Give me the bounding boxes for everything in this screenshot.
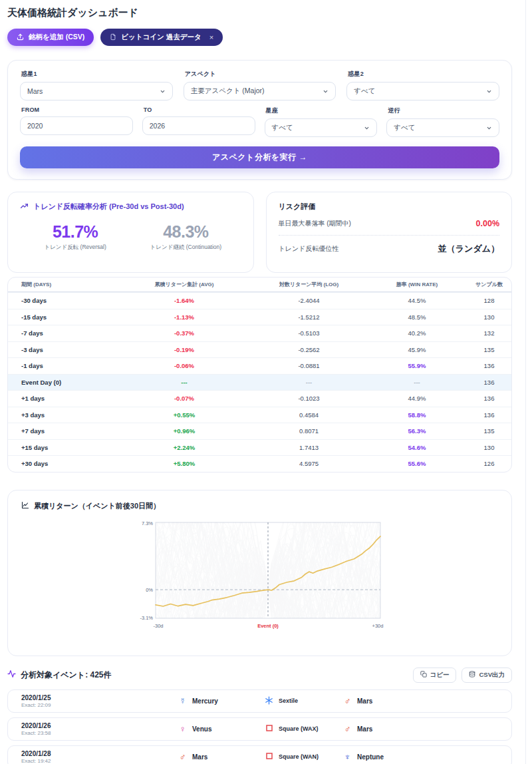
planet1-value: Mars (27, 87, 43, 95)
database-icon (469, 671, 475, 679)
aspect-name: Sextile (279, 697, 298, 704)
risk-edge-label: トレンド反転優位性 (279, 244, 339, 254)
copy-label: コピー (430, 671, 450, 679)
planet1-name: Venus (192, 725, 211, 733)
sample-count-cell: 136 (467, 395, 511, 402)
avg-return-cell: -1.13% (118, 313, 251, 321)
risk-row-crash: 単日最大暴落率 (期間中) 0.00% (279, 212, 500, 236)
period-cell: +1 days (8, 395, 118, 402)
event-date: 2020/1/26 (21, 722, 178, 729)
retrograde-select[interactable]: すべて (386, 118, 499, 137)
dataset-chip[interactable]: ビットコイン 過去データ × (100, 29, 223, 46)
sample-count-cell: 128 (467, 297, 511, 304)
copy-icon (420, 671, 427, 679)
to-input[interactable] (142, 116, 255, 135)
table-row: -3 days-0.19%-0.256245.9%135 (8, 341, 511, 358)
scrollbar-track[interactable] (525, 0, 526, 764)
avg-return-cell: -1.64% (118, 297, 251, 304)
risk-card-title: リスク評価 (279, 202, 500, 212)
planet1-name: Mercury (192, 697, 218, 705)
win-rate-cell: 56.3% (367, 427, 467, 435)
sample-count-cell: 136 (467, 379, 511, 386)
chevron-down-icon (160, 89, 166, 95)
svg-text:+30d: +30d (372, 623, 383, 629)
table-row: -30 days-1.64%-2.404444.5%128 (8, 292, 511, 309)
add-symbol-button[interactable]: 銘柄を追加 (CSV) (7, 29, 94, 46)
planet-symbol-icon: ♂ (342, 697, 352, 705)
sign-value: すべて (272, 123, 293, 132)
planet-symbol-icon: ♂ (342, 725, 352, 733)
aspect-value: 主要アスペクト (Major) (191, 87, 265, 96)
chevron-down-icon (486, 89, 492, 95)
risk-row-edge: トレンド反転優位性 並（ランダム） (279, 236, 500, 262)
planet2-name: Mars (357, 725, 372, 733)
svg-text:Event (0): Event (0) (257, 623, 279, 629)
trend-reversal-card: トレンド反転確率分析 (Pre-30d vs Post-30d) 51.7% ト… (7, 192, 254, 273)
from-input[interactable] (20, 116, 133, 135)
table-row: +1 days-0.07%-0.102344.9%136 (8, 390, 511, 407)
sample-count-cell: 132 (467, 329, 511, 337)
win-rate-cell: 44.9% (367, 395, 467, 402)
dataset-label: ビットコイン 過去データ (121, 33, 201, 42)
activity-icon (7, 669, 16, 680)
win-rate-cell: 45.9% (367, 346, 467, 353)
upload-icon (17, 33, 24, 42)
planet-symbol-icon: ♆ (342, 753, 352, 761)
to-label: TO (144, 106, 255, 113)
win-rate-cell: 44.5% (367, 297, 467, 304)
log-return-cell: --- (251, 379, 367, 386)
document-icon (110, 33, 116, 42)
aspect-cell: Square (WAN) (264, 752, 342, 761)
period-cell: +15 days (8, 444, 118, 451)
close-icon[interactable]: × (209, 33, 213, 41)
sample-count-cell: 130 (467, 444, 511, 451)
table-row: +15 days+2.24%1.741354.6%130 (8, 439, 511, 456)
run-analysis-button[interactable]: アスペクト分析を実行 → (20, 146, 499, 168)
reversal-stat: 51.7% トレンド反転 (Reversal) (20, 222, 130, 252)
copy-button[interactable]: コピー (413, 668, 457, 683)
risk-card: リスク評価 単日最大暴落率 (期間中) 0.00% トレンド反転優位性 並（ラン… (266, 192, 513, 273)
planet2-label: 惑星2 (348, 70, 499, 79)
column-header: 対数リターン平均 (LOG) (251, 281, 367, 288)
chart-title: 累積リターン（イベント前後30日間） (34, 501, 160, 511)
planet2-field: 惑星2 すべて (346, 70, 499, 100)
avg-return-cell: +2.24% (118, 444, 251, 451)
reversal-value: 51.7% (20, 222, 130, 242)
planet1-name: Mars (192, 753, 207, 761)
table-row: +30 days+5.80%4.597555.6%126 (8, 455, 511, 472)
column-header: 勝率 (WIN RATE) (367, 281, 467, 288)
planet2-value: すべて (354, 87, 375, 96)
from-field: FROM (20, 106, 133, 137)
csv-export-button[interactable]: CSV出力 (462, 668, 512, 683)
planet1-select[interactable]: Mars (20, 82, 173, 100)
planet2-select[interactable]: すべて (346, 82, 499, 100)
table-row: -15 days-1.13%-1.521248.5%130 (8, 309, 511, 325)
sample-count-cell: 135 (467, 346, 511, 353)
avg-return-cell: -0.37% (118, 329, 251, 337)
planet2-cell: ♆Neptune (342, 753, 511, 761)
win-rate-cell: 54.6% (367, 444, 467, 451)
event-exact-time: Exact: 19:42 (21, 758, 178, 764)
sample-count-cell: 126 (467, 460, 511, 467)
event-row: 2020/1/26Exact: 23:58♀VenusSquare (WAX)♂… (7, 717, 512, 741)
planet2-cell: ♂Mars (342, 725, 511, 733)
chevron-down-icon (364, 125, 370, 131)
planet-symbol-icon: ♂ (178, 753, 188, 761)
sign-select[interactable]: すべて (265, 118, 378, 137)
aspect-name: Square (WAX) (279, 725, 319, 732)
events-title: 分析対象イベント: 425件 (21, 669, 111, 681)
column-header: サンプル数 (467, 281, 511, 288)
period-cell: -30 days (8, 297, 118, 304)
avg-return-cell: -0.19% (118, 346, 251, 353)
planet2-cell: ♂Mars (342, 697, 511, 705)
aspect-select[interactable]: 主要アスペクト (Major) (184, 82, 336, 100)
period-cell: +30 days (8, 460, 118, 467)
log-return-cell: -0.5103 (251, 329, 367, 337)
planet1-field: 惑星1 Mars (20, 70, 173, 100)
dataset-chip-row: 銘柄を追加 (CSV) ビットコイン 過去データ × (7, 29, 512, 46)
page-title: 天体価格統計ダッシュボード (7, 7, 512, 19)
win-rate-cell: 55.6% (367, 460, 467, 467)
aspect-symbol-icon (264, 724, 274, 733)
planet2-name: Neptune (357, 753, 384, 761)
column-header: 累積リターン集計 (AVG) (118, 281, 251, 288)
